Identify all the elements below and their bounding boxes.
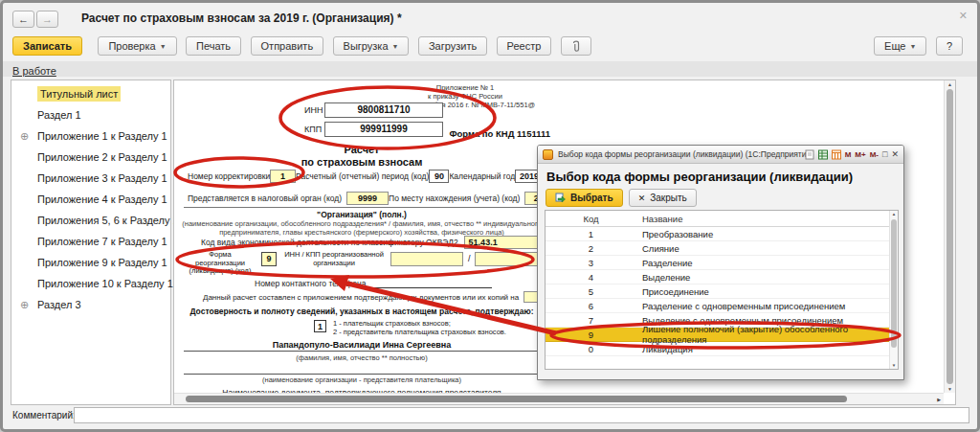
memory-button[interactable]: M+ bbox=[855, 150, 865, 159]
payer-type-field[interactable]: 1 bbox=[314, 320, 326, 332]
cell-name: Лишение полномочий (закрытие) обособленн… bbox=[636, 324, 898, 345]
horizontal-scrollbar[interactable]: ▶ bbox=[174, 393, 944, 404]
scroll-up-icon[interactable]: ▲ bbox=[945, 81, 955, 87]
close-icon: ✕ bbox=[638, 193, 646, 203]
sidebar-item-label: Приложение 9 к Разделу 1 bbox=[37, 257, 167, 268]
signer-name-hint: (фамилия, имя, отчество ** полностью) bbox=[180, 353, 544, 362]
sidebar-item[interactable]: ⊕ Титульный лист bbox=[11, 83, 170, 104]
cell-code: 6 bbox=[546, 301, 636, 311]
header-note-line: к приказу ФНС России bbox=[376, 92, 554, 101]
sidebar-item-label: Титульный лист bbox=[37, 86, 121, 102]
dialog-titlebar-text: Выбор кода формы реорганизации (ликвидац… bbox=[558, 149, 813, 159]
year-label: Календарный год bbox=[449, 171, 515, 181]
sidebar-item[interactable]: ⊕ Приложение 2 к Разделу 1 bbox=[11, 147, 170, 168]
sidebar-item[interactable]: ⊕ Приложение 7 к Разделу 1 bbox=[11, 231, 170, 252]
sidebar-item[interactable]: ⊕ Раздел 1 bbox=[11, 104, 170, 125]
load-button[interactable]: Загрузить bbox=[418, 36, 487, 56]
check-button[interactable]: Проверка▼ bbox=[98, 36, 176, 56]
table-row[interactable]: 0 Ликвидация bbox=[546, 342, 898, 356]
kpp-field[interactable]: 999911999 bbox=[324, 122, 443, 137]
table-row[interactable]: 3 Разделение bbox=[546, 256, 898, 270]
forward-button[interactable]: → bbox=[36, 11, 58, 28]
toolbar: Записать Проверка▼ Печать Отправить Выгр… bbox=[12, 36, 968, 57]
memory-button[interactable]: M bbox=[845, 150, 852, 159]
save-button[interactable]: Записать bbox=[12, 36, 82, 56]
sidebar-item[interactable]: ⊕ Приложение 4 к Разделу 1 bbox=[11, 189, 170, 210]
table-row[interactable]: 1 Преобразование bbox=[546, 227, 898, 241]
confirmation-title: Достоверность и полноту сведений, указан… bbox=[180, 307, 544, 316]
header-note-line: Приложение № 1 bbox=[376, 83, 554, 92]
paperclip-icon bbox=[571, 39, 581, 53]
cell-name: Присоединение bbox=[636, 286, 898, 297]
send-button[interactable]: Отправить bbox=[251, 36, 324, 56]
scroll-right-icon[interactable]: ▶ bbox=[937, 397, 941, 402]
chevron-down-icon: ▼ bbox=[392, 43, 399, 50]
period-label: Расчетный (отчетный) период (код) bbox=[296, 171, 429, 181]
document-icon[interactable] bbox=[805, 149, 814, 160]
tax-org-field[interactable]: 9999 bbox=[346, 192, 389, 205]
sidebar-item-label: Приложение 1 к Разделу 1 bbox=[37, 130, 167, 142]
comment-label: Комментарий: bbox=[12, 410, 76, 421]
table-scrollbar[interactable]: ▲ ▼ bbox=[889, 211, 898, 369]
memory-button[interactable]: M- bbox=[870, 150, 879, 159]
table-row[interactable]: 2 Слияние bbox=[546, 241, 898, 256]
attachment-button[interactable] bbox=[561, 36, 591, 56]
sidebar-item[interactable]: ⊕ Приложение 1 к Разделу 1 bbox=[11, 125, 170, 147]
correction-field[interactable]: 1 bbox=[270, 170, 296, 183]
table-row[interactable]: 5 Присоединение bbox=[546, 284, 898, 299]
sidebar-item[interactable]: ⊕ Раздел 3 bbox=[11, 294, 170, 315]
chevron-down-icon: ▼ bbox=[909, 43, 916, 50]
reorg-inn-field[interactable] bbox=[390, 252, 463, 266]
reorg-code-field[interactable]: 9 bbox=[261, 252, 277, 266]
print-button[interactable]: Печать bbox=[186, 36, 241, 56]
status-strip: В работе bbox=[3, 61, 977, 77]
comment-row: Комментарий: bbox=[9, 407, 969, 424]
reorg-inn-label: ИНН / КПП реорганизованной организации bbox=[281, 251, 387, 267]
inn-field[interactable]: 9800811710 bbox=[324, 102, 443, 118]
sidebar-item[interactable]: ⊕ Приложение 9 к Разделу 1 bbox=[11, 252, 170, 273]
calendar-icon[interactable] bbox=[832, 149, 841, 160]
dialog-titlebar[interactable]: Выбор кода формы реорганизации (ликвидац… bbox=[538, 146, 903, 164]
sidebar-item[interactable]: ⊕ Приложения 5, 6 к Разделу 1 bbox=[11, 210, 170, 231]
reorg-kpp-field[interactable] bbox=[475, 252, 542, 266]
sidebar-item[interactable]: ⊕ Приложение 3 к Разделу 1 bbox=[11, 168, 170, 189]
table-row[interactable]: 9 Лишение полномочий (закрытие) обособле… bbox=[546, 328, 898, 342]
reorg-row: Форма реорганизации (ликвидация) (код) 9… bbox=[180, 249, 544, 274]
sidebar-item-label: Раздел 3 bbox=[37, 299, 81, 310]
comment-input[interactable] bbox=[74, 407, 969, 423]
close-icon[interactable]: ✕ bbox=[891, 150, 899, 159]
scrollbar-thumb[interactable] bbox=[891, 219, 897, 348]
expand-icon[interactable]: ⊕ bbox=[20, 125, 29, 147]
phone-field[interactable] bbox=[369, 287, 492, 288]
status-link[interactable]: В работе bbox=[12, 64, 56, 79]
back-button[interactable]: ← bbox=[12, 11, 34, 28]
scroll-down-icon[interactable]: ▼ bbox=[945, 386, 955, 392]
registry-button[interactable]: Реестр bbox=[497, 36, 552, 56]
scroll-up-icon[interactable]: ▲ bbox=[890, 212, 898, 216]
cell-name: Разделение bbox=[636, 258, 898, 268]
vertical-scrollbar[interactable]: ▲ ▼ bbox=[944, 80, 955, 393]
reorg-label: Форма реорганизации (ликвидация) (код) bbox=[185, 251, 256, 276]
select-button[interactable]: Выбрать bbox=[546, 189, 623, 207]
table-row[interactable]: 6 Разделение с одновременным присоединен… bbox=[546, 299, 898, 313]
period-field[interactable]: 90 bbox=[429, 170, 449, 183]
period-row: Номер корректировки 1 Расчетный (отчетны… bbox=[188, 170, 544, 183]
expand-icon[interactable]: ⊕ bbox=[20, 294, 29, 315]
table-row[interactable]: 4 Выделение bbox=[546, 270, 898, 284]
cell-name: Преобразование bbox=[636, 229, 898, 239]
scrollbar-thumb[interactable] bbox=[947, 89, 953, 384]
tax-org-row: Представляется в налоговый орган (код) 9… bbox=[188, 192, 544, 205]
scrollbar-thumb[interactable] bbox=[186, 396, 847, 402]
close-icon[interactable]: ✕ bbox=[959, 10, 968, 22]
org-name: "Организация" (полн.) bbox=[180, 210, 544, 219]
cell-name: Ликвидация bbox=[636, 344, 898, 354]
help-button[interactable]: ? bbox=[936, 36, 963, 56]
more-button[interactable]: Еще▼ bbox=[874, 36, 926, 56]
table-icon[interactable] bbox=[818, 149, 828, 160]
sidebar-item[interactable]: ⊕ Приложение 10 к Разделу 1 bbox=[11, 273, 170, 294]
close-dialog-button[interactable]: ✕ Закрыть bbox=[629, 189, 697, 207]
export-button[interactable]: Выгрузка▼ bbox=[333, 36, 410, 56]
maximize-icon[interactable]: □ bbox=[882, 150, 887, 159]
scroll-down-icon[interactable]: ▼ bbox=[890, 363, 898, 368]
attach-label: Данный расчет составлен с приложением по… bbox=[203, 293, 519, 302]
